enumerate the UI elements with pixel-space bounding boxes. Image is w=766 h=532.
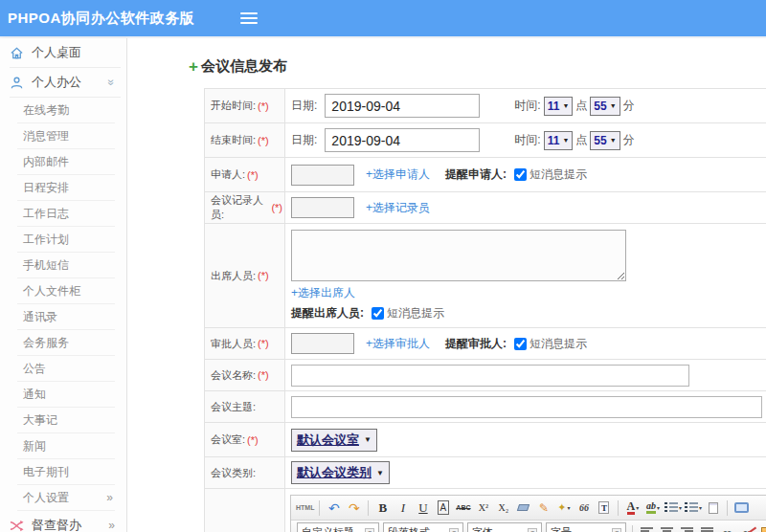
sidebar-item[interactable]: 在线考勤 — [17, 98, 115, 123]
fullscreen-icon[interactable] — [732, 498, 751, 518]
sidebar-item[interactable]: 会务服务 — [17, 330, 115, 356]
heading-style-select[interactable]: 自定义标题▾ — [297, 522, 379, 532]
underline-icon[interactable]: U — [414, 498, 432, 518]
quick-format-icon[interactable]: ✦▾ — [554, 498, 573, 518]
unordered-list-icon[interactable]: ▾ — [684, 498, 702, 518]
sidebar-item[interactable]: 个人文件柜 — [17, 278, 115, 304]
font-family-select[interactable]: 字体▾ — [467, 522, 542, 532]
redo-icon[interactable]: ↷ — [345, 498, 363, 518]
start-hour-select[interactable]: 11▼ — [544, 97, 574, 116]
sidebar-item-label: 个人办公 — [32, 74, 81, 91]
approver-input[interactable] — [291, 333, 354, 354]
align-right-icon[interactable] — [678, 522, 696, 532]
top-header: PHPOA协同办公软件政务版 — [0, 0, 766, 38]
sidebar-item-label: 消息管理 — [23, 128, 69, 144]
sidebar-item[interactable]: 消息管理 — [17, 123, 115, 149]
subscript-icon[interactable]: X₂ — [494, 498, 512, 518]
format-brush-icon[interactable]: ✎ — [534, 498, 552, 518]
align-center-icon[interactable] — [658, 522, 676, 532]
end-date-input[interactable] — [325, 128, 480, 152]
remove-link-icon[interactable]: ∞ — [738, 522, 756, 532]
sidebar-item-desktop[interactable]: 个人桌面 — [10, 38, 121, 68]
attendees-sms-checkbox[interactable] — [372, 307, 384, 320]
end-minute-select[interactable]: 55▼ — [590, 131, 620, 150]
italic-icon[interactable]: I — [394, 498, 412, 518]
meeting-category-select[interactable]: 默认会议类别▼ — [291, 461, 390, 484]
font-style-icon[interactable]: A — [434, 498, 452, 518]
meeting-topic-label: 会议主题: — [205, 391, 285, 422]
undo-icon[interactable]: ↶ — [325, 498, 343, 518]
html-source-button[interactable]: HTML — [296, 498, 314, 518]
sidebar-item-label: 工作日志 — [23, 206, 69, 222]
sidebar-item[interactable]: 电子期刊 — [17, 459, 115, 485]
strikethrough-icon[interactable]: ABC — [454, 498, 472, 518]
sidebar-item-label: 个人文件柜 — [23, 283, 80, 299]
bold-icon[interactable]: B — [373, 498, 392, 518]
toolbar-separator — [632, 525, 633, 532]
insert-link-icon[interactable]: ∞ — [718, 522, 736, 532]
recorder-input[interactable] — [291, 197, 354, 218]
toolbar-separator — [618, 500, 619, 516]
end-hour-select[interactable]: 11▼ — [544, 131, 574, 150]
sidebar-item[interactable]: 内部邮件 — [17, 149, 115, 175]
caret-down-icon: ▼ — [610, 102, 617, 109]
choose-approver-link[interactable]: +选择审批人 — [366, 336, 430, 352]
sidebar-item-supervise[interactable]: 督查督办 » — [10, 511, 121, 532]
hamburger-menu-icon[interactable] — [240, 12, 258, 15]
form-row-start-time: 开始时间:(*) 日期: 时间: 11▼ 点 55▼ 分 — [205, 89, 766, 123]
font-color-icon[interactable]: A▾ — [623, 498, 642, 518]
choose-applicant-link[interactable]: +选择申请人 — [366, 166, 430, 183]
attendees-label: 出席人员:(*) — [205, 224, 285, 327]
remind-applicant-label: 提醒申请人: — [445, 166, 507, 183]
sidebar-item-label: 通知 — [23, 387, 46, 403]
align-justify-icon[interactable] — [698, 522, 716, 532]
meeting-topic-input[interactable] — [291, 396, 762, 418]
sidebar-item[interactable]: 手机短信 — [17, 253, 115, 278]
shuffle-icon — [10, 519, 24, 532]
sidebar-item-label: 通讯录 — [23, 309, 57, 325]
applicant-sms-checkbox[interactable] — [514, 168, 527, 181]
sidebar-item[interactable]: 公告 — [17, 356, 115, 382]
remove-format-icon[interactable] — [514, 498, 532, 518]
sidebar-item-office[interactable]: 个人办公 » — [10, 68, 121, 98]
form-row-recorder: 会议记录人员:(*) +选择记录员 — [205, 192, 766, 224]
start-date-input[interactable] — [325, 94, 480, 118]
sidebar-item-label: 公告 — [23, 361, 46, 377]
time-label: 时间: — [514, 132, 540, 148]
font-size-select[interactable]: 字号▾ — [546, 522, 626, 532]
sidebar-item-label: 在线考勤 — [23, 102, 69, 119]
form-row-attendees: 出席人员:(*) +选择出席人 提醒出席人员: 短消息提示 — [205, 224, 766, 328]
sidebar-item[interactable]: 通讯录 — [17, 304, 115, 330]
minute-unit-label: 分 — [623, 132, 635, 148]
sidebar-item[interactable]: 通知 — [17, 382, 115, 408]
sidebar-item-label: 大事记 — [23, 412, 57, 429]
start-minute-select[interactable]: 55▼ — [590, 97, 620, 116]
hour-unit-label: 点 — [575, 98, 587, 114]
new-page-icon[interactable] — [704, 498, 722, 518]
paragraph-format-select[interactable]: 段落格式▾ — [383, 522, 463, 532]
sidebar-item[interactable]: 大事记 — [17, 408, 115, 433]
sidebar-item[interactable]: 工作日志 — [17, 201, 115, 227]
applicant-input[interactable] — [291, 165, 354, 186]
highlight-color-icon[interactable]: ab▾ — [643, 498, 662, 518]
choose-recorder-link[interactable]: +选择记录员 — [366, 200, 430, 216]
attendees-textarea[interactable] — [291, 230, 626, 281]
approver-sms-checkbox[interactable] — [514, 338, 527, 350]
paste-text-icon[interactable]: T — [595, 498, 613, 518]
caret-down-icon: ▼ — [562, 137, 569, 144]
align-left-icon[interactable] — [638, 522, 656, 532]
choose-attendees-link[interactable]: +选择出席人 — [291, 286, 355, 299]
sidebar-item[interactable]: 日程安排 — [17, 175, 115, 201]
form-row-applicant: 申请人:(*) +选择申请人 提醒申请人: 短消息提示 — [205, 158, 766, 192]
sidebar-item-settings[interactable]: 个人设置 » — [17, 485, 115, 511]
insert-image-icon[interactable] — [758, 522, 766, 532]
sidebar-item[interactable]: 新闻 — [17, 433, 115, 459]
superscript-icon[interactable]: X² — [474, 498, 492, 518]
sidebar-item-label: 工作计划 — [23, 232, 69, 248]
sidebar-item[interactable]: 工作计划 — [17, 227, 115, 253]
meeting-name-input[interactable] — [291, 365, 689, 387]
user-icon — [10, 76, 24, 90]
meeting-room-select[interactable]: 默认会议室▼ — [291, 429, 377, 452]
ordered-list-icon[interactable]: ▾ — [664, 498, 682, 518]
blockquote-icon[interactable]: 66 — [574, 498, 593, 518]
